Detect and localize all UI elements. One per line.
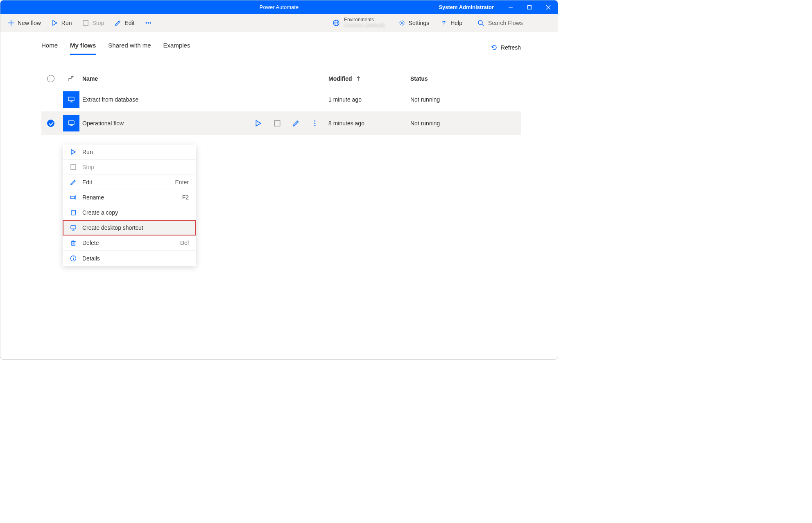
- ellipsis-icon: [145, 20, 152, 26]
- stop-label: Stop: [92, 20, 104, 26]
- select-all[interactable]: [41, 75, 60, 82]
- search-input[interactable]: [487, 19, 545, 27]
- flow-status: Not running: [410, 120, 521, 127]
- table-row[interactable]: Extract from database 1 minute ago Not r…: [41, 88, 521, 111]
- ctx-details[interactable]: Details: [63, 251, 196, 266]
- svg-rect-38: [72, 242, 75, 245]
- plus-icon: [8, 20, 14, 26]
- minimize-icon: [508, 5, 513, 10]
- tab-home[interactable]: Home: [41, 42, 58, 55]
- row-select[interactable]: [41, 120, 60, 127]
- maximize-button[interactable]: [520, 0, 539, 14]
- play-icon: [52, 20, 58, 26]
- environment-value: Contoso (default): [344, 23, 385, 28]
- ctx-delete[interactable]: Delete Del: [63, 235, 196, 251]
- context-menu: Run Stop Edit Enter Rename F2 Create a c…: [63, 145, 196, 266]
- user-label[interactable]: System Administrator: [431, 4, 501, 10]
- desktop-flow-icon: [63, 115, 79, 131]
- table-row[interactable]: Operational flow 8 minutes ago Not runni…: [41, 111, 521, 135]
- svg-point-45: [73, 256, 74, 257]
- flows-table: Name Modified Status Extract from databa…: [41, 70, 521, 135]
- row-play-icon[interactable]: [255, 120, 262, 127]
- close-button[interactable]: [539, 0, 558, 14]
- svg-point-9: [148, 23, 149, 24]
- nav-tabs: Home My flows Shared with me Examples: [41, 42, 190, 55]
- svg-point-8: [146, 23, 147, 24]
- pencil-icon: [115, 20, 121, 26]
- close-icon: [546, 5, 551, 10]
- svg-marker-6: [53, 20, 57, 25]
- desktop-shortcut-icon: [70, 224, 77, 231]
- ctx-run[interactable]: Run: [63, 145, 196, 160]
- app-window: Power Automate System Administrator New …: [0, 0, 558, 360]
- refresh-label: Refresh: [501, 44, 521, 51]
- stop-button: Stop: [82, 20, 104, 26]
- window-title: Power Automate: [260, 4, 299, 10]
- ctx-edit[interactable]: Edit Enter: [63, 175, 196, 190]
- flow-name[interactable]: Operational flow: [82, 120, 247, 127]
- svg-point-29: [314, 125, 316, 126]
- titlebar: Power Automate System Administrator: [0, 0, 558, 14]
- name-column-header[interactable]: Name: [82, 75, 247, 82]
- svg-rect-7: [83, 20, 88, 25]
- svg-rect-22: [68, 121, 74, 125]
- trash-icon: [70, 240, 77, 246]
- ctx-rename[interactable]: Rename F2: [63, 190, 196, 205]
- minimize-button[interactable]: [501, 0, 520, 14]
- new-flow-label: New flow: [18, 20, 41, 26]
- svg-rect-1: [528, 5, 532, 9]
- edit-label: Edit: [124, 20, 134, 26]
- stop-icon: [82, 20, 89, 26]
- ctx-create-desktop-shortcut[interactable]: Create desktop shortcut: [63, 220, 196, 235]
- ctx-stop: Stop: [63, 160, 196, 175]
- rename-icon: [70, 194, 77, 201]
- row-stop-icon[interactable]: [274, 120, 281, 127]
- run-button[interactable]: Run: [52, 20, 72, 26]
- shortcut-label: Del: [180, 240, 189, 246]
- refresh-button[interactable]: Refresh: [491, 44, 521, 55]
- status-column-header[interactable]: Status: [410, 75, 521, 82]
- svg-rect-32: [70, 196, 75, 199]
- new-flow-button[interactable]: New flow: [8, 20, 41, 26]
- svg-marker-25: [256, 120, 260, 126]
- row-edit-icon[interactable]: [292, 120, 300, 127]
- row-more-icon[interactable]: [311, 120, 319, 127]
- copy-icon: [70, 209, 77, 216]
- type-column-icon[interactable]: [60, 75, 82, 82]
- desktop-flow-icon: [63, 91, 79, 108]
- modified-column-header[interactable]: Modified: [328, 75, 410, 82]
- flow-status: Not running: [410, 96, 521, 103]
- tab-my-flows[interactable]: My flows: [70, 42, 96, 55]
- svg-point-10: [150, 23, 151, 24]
- shortcut-label: F2: [182, 194, 189, 201]
- svg-line-17: [482, 24, 484, 26]
- svg-point-15: [443, 25, 444, 25]
- tab-examples[interactable]: Examples: [163, 42, 190, 55]
- tab-shared[interactable]: Shared with me: [108, 42, 151, 55]
- ctx-copy[interactable]: Create a copy: [63, 205, 196, 220]
- more-button[interactable]: [145, 20, 152, 26]
- svg-point-28: [314, 123, 316, 124]
- shortcut-label: Enter: [175, 179, 189, 186]
- settings-button[interactable]: Settings: [393, 20, 435, 26]
- info-icon: [70, 255, 77, 262]
- help-button[interactable]: Help: [435, 20, 468, 26]
- stop-icon: [70, 164, 77, 170]
- globe-icon: [332, 19, 340, 27]
- content-area: Home My flows Shared with me Examples Re…: [0, 32, 558, 135]
- maximize-icon: [527, 5, 532, 10]
- svg-point-14: [401, 22, 403, 24]
- svg-marker-30: [71, 149, 75, 154]
- svg-point-27: [314, 120, 316, 122]
- run-label: Run: [61, 20, 72, 26]
- pencil-icon: [70, 179, 77, 186]
- svg-rect-19: [68, 97, 74, 101]
- flow-name[interactable]: Extract from database: [82, 96, 247, 103]
- command-bar: New flow Run Stop Edit Environments Cont…: [0, 14, 558, 32]
- edit-button[interactable]: Edit: [115, 20, 134, 26]
- refresh-icon: [491, 44, 498, 51]
- environment-picker[interactable]: Environments Contoso (default): [332, 17, 385, 28]
- sort-asc-icon: [356, 76, 360, 81]
- flow-type-icon: [68, 75, 75, 82]
- search-flows[interactable]: [472, 19, 550, 27]
